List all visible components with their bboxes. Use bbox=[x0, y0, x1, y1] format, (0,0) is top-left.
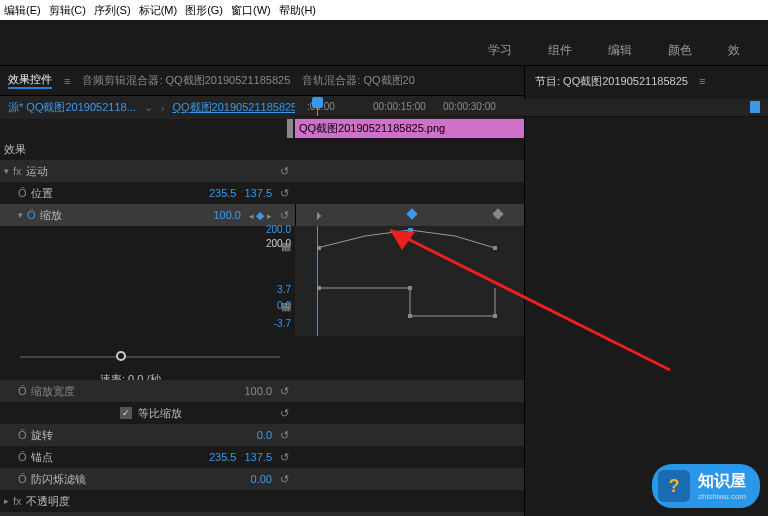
breadcrumb-item[interactable]: QQ截图20190521185825... bbox=[172, 100, 306, 115]
prop-scale-width: 缩放宽度 bbox=[31, 384, 245, 399]
tab-color[interactable]: 颜色 bbox=[668, 42, 692, 59]
end-marker[interactable] bbox=[750, 101, 760, 113]
anchor-y[interactable]: 137.5 bbox=[244, 451, 272, 463]
tab-effect-controls[interactable]: 效果控件 bbox=[8, 72, 52, 89]
prop-position[interactable]: 位置 bbox=[31, 186, 209, 201]
fx-badge: fx bbox=[13, 165, 22, 177]
position-y[interactable]: 137.5 bbox=[244, 187, 272, 199]
watermark-logo: ? 知识屋zhishiwu.com bbox=[652, 464, 760, 508]
svg-rect-3 bbox=[317, 286, 321, 290]
stopwatch-icon[interactable]: Ő bbox=[18, 385, 27, 397]
reset-icon[interactable]: ↺ bbox=[280, 407, 289, 420]
tab-audio-track-mixer[interactable]: 音轨混合器: QQ截图20 bbox=[302, 73, 414, 88]
svg-rect-4 bbox=[408, 286, 412, 290]
keyframe-nav[interactable]: ◂ ◆ ▸ bbox=[249, 209, 272, 222]
prop-antiflicker[interactable]: 防闪烁滤镜 bbox=[31, 472, 251, 487]
menu-graphics[interactable]: 图形(G) bbox=[185, 3, 223, 18]
tab-edit[interactable]: 编辑 bbox=[608, 42, 632, 59]
keyframe[interactable] bbox=[492, 208, 503, 219]
svg-rect-0 bbox=[317, 246, 321, 250]
menu-window[interactable]: 窗口(W) bbox=[231, 3, 271, 18]
svg-rect-1 bbox=[408, 228, 413, 233]
prop-rotation[interactable]: 旋转 bbox=[31, 428, 257, 443]
twirl-icon[interactable]: ▾ bbox=[18, 210, 23, 220]
twirl-icon[interactable]: ▸ bbox=[4, 496, 9, 506]
breadcrumb-source[interactable]: 源* QQ截图2019052118... bbox=[8, 100, 136, 115]
menu-clip[interactable]: 剪辑(C) bbox=[49, 3, 86, 18]
panel-menu-icon[interactable]: ≡ bbox=[699, 75, 705, 87]
tab-effects[interactable]: 效 bbox=[728, 42, 740, 59]
ruler-tick: 00:00:15:00 bbox=[373, 101, 426, 112]
graph-ylabel: 3.7 bbox=[251, 284, 291, 295]
timeline-ruler[interactable]: :00:00 00:00:15:00 00:00:30:00 bbox=[295, 99, 768, 117]
keyframe-track-scale[interactable]: ⏵ bbox=[295, 204, 524, 226]
keyframe[interactable] bbox=[406, 208, 417, 219]
clip-bar[interactable]: QQ截图20190521185825.png bbox=[295, 119, 524, 138]
workspace-tabs: 学习 组件 编辑 颜色 效 bbox=[0, 36, 768, 66]
effect-properties: 效果 ▾fx运动↺ Ő位置235.5137.5↺ ▾Ő缩放100.0◂ ◆ ▸↺… bbox=[0, 138, 524, 516]
stopwatch-icon[interactable]: Ő bbox=[18, 187, 27, 199]
menu-marker[interactable]: 标记(M) bbox=[139, 3, 178, 18]
logo-icon: ? bbox=[658, 470, 690, 502]
tab-assembly[interactable]: 组件 bbox=[548, 42, 572, 59]
menu-sequence[interactable]: 序列(S) bbox=[94, 3, 131, 18]
reset-icon[interactable]: ↺ bbox=[280, 385, 289, 398]
svg-rect-5 bbox=[408, 314, 412, 318]
prop-opacity[interactable]: 不透明度 bbox=[26, 494, 295, 509]
reset-icon[interactable]: ↺ bbox=[280, 451, 289, 464]
tab-audio-clip-mixer[interactable]: 音频剪辑混合器: QQ截图20190521185825 bbox=[82, 73, 290, 88]
menu-edit[interactable]: 编辑(E) bbox=[4, 3, 41, 18]
uniform-scale-checkbox[interactable]: ✓ bbox=[120, 407, 132, 419]
stopwatch-icon[interactable]: Ő bbox=[18, 429, 27, 441]
program-title: 节目: QQ截图20190521185825 bbox=[535, 75, 688, 87]
logo-url: zhishiwu.com bbox=[698, 492, 746, 501]
prop-motion[interactable]: 运动 bbox=[26, 164, 280, 179]
reset-icon[interactable]: ↺ bbox=[280, 187, 289, 200]
twirl-icon[interactable]: ▾ bbox=[4, 166, 9, 176]
graph-ylabel: 200.0 bbox=[251, 224, 291, 235]
ruler-tick: 00:00:30:00 bbox=[443, 101, 496, 112]
expand-icon[interactable]: ▦ bbox=[281, 240, 291, 253]
keyframe-start-icon[interactable]: ⏵ bbox=[314, 209, 325, 221]
rotation-value[interactable]: 0.0 bbox=[257, 429, 272, 441]
velocity-curve bbox=[317, 288, 495, 316]
chevron-right-icon: › bbox=[161, 102, 165, 114]
breadcrumb: 源* QQ截图2019052118... ⌄ › QQ截图20190521185… bbox=[0, 96, 524, 119]
reset-icon[interactable]: ↺ bbox=[280, 209, 289, 222]
fx-badge: fx bbox=[13, 495, 22, 507]
scale-slider[interactable] bbox=[20, 346, 280, 368]
menu-bar: 编辑(E) 剪辑(C) 序列(S) 标记(M) 图形(G) 窗口(W) 帮助(H… bbox=[0, 0, 768, 20]
chevron-down-icon[interactable]: ⌄ bbox=[144, 101, 153, 114]
svg-rect-2 bbox=[493, 246, 497, 250]
position-x[interactable]: 235.5 bbox=[209, 187, 237, 199]
menu-help[interactable]: 帮助(H) bbox=[279, 3, 316, 18]
antiflicker-value[interactable]: 0.00 bbox=[251, 473, 272, 485]
tab-learn[interactable]: 学习 bbox=[488, 42, 512, 59]
prop-scale[interactable]: 缩放 bbox=[40, 208, 214, 223]
panel-menu-icon[interactable]: ≡ bbox=[64, 75, 70, 87]
scale-width-value: 100.0 bbox=[244, 385, 272, 397]
reset-icon[interactable]: ↺ bbox=[280, 473, 289, 486]
reset-icon[interactable]: ↺ bbox=[280, 429, 289, 442]
value-curve bbox=[317, 230, 495, 248]
prop-anchor[interactable]: 锚点 bbox=[31, 450, 209, 465]
prop-uniform-scale: 等比缩放 bbox=[138, 406, 280, 421]
program-panel: 节目: QQ截图20190521185825 ≡ bbox=[525, 66, 768, 516]
graph-ylabel: -3.7 bbox=[251, 318, 291, 329]
logo-brand: 知识屋 bbox=[698, 472, 746, 489]
scale-value[interactable]: 100.0 bbox=[213, 209, 241, 221]
scale-graph[interactable]: 200.0 200.0 ▦ 3.7 0.0 ▦ -3.7 bbox=[295, 226, 524, 336]
stopwatch-icon[interactable]: Ő bbox=[18, 473, 27, 485]
section-video-effects: 效果 bbox=[4, 142, 295, 157]
expand-icon[interactable]: ▦ bbox=[281, 300, 291, 313]
stopwatch-icon[interactable]: Ő bbox=[18, 451, 27, 463]
playhead[interactable] bbox=[317, 99, 318, 116]
anchor-x[interactable]: 235.5 bbox=[209, 451, 237, 463]
panel-tabs: 效果控件 ≡ 音频剪辑混合器: QQ截图20190521185825 音轨混合器… bbox=[0, 66, 524, 96]
reset-icon[interactable]: ↺ bbox=[280, 165, 289, 178]
stopwatch-icon[interactable]: Ő bbox=[27, 209, 36, 221]
svg-rect-6 bbox=[493, 314, 497, 318]
